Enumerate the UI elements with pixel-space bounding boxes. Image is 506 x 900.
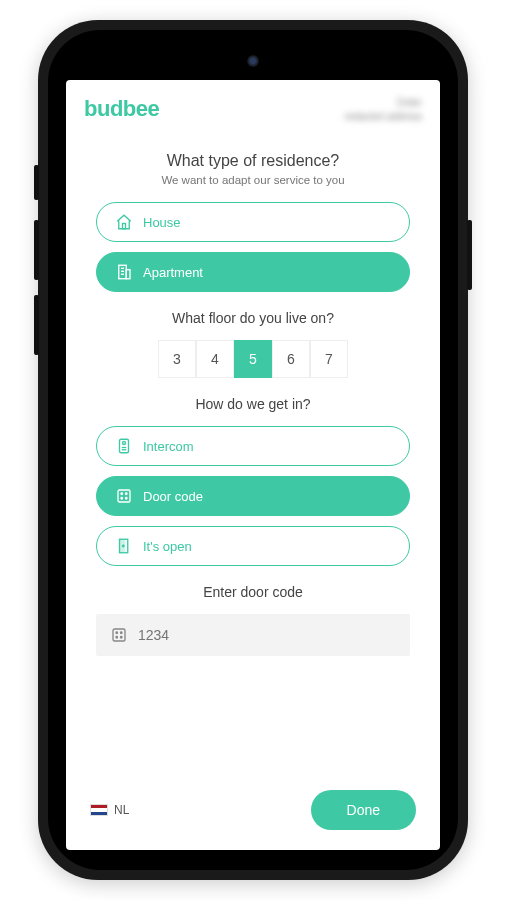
language-selector[interactable]: NL <box>90 803 129 817</box>
intercom-icon <box>115 437 133 455</box>
svg-point-18 <box>116 632 118 634</box>
flag-nl-icon <box>90 804 108 816</box>
phone-camera <box>247 55 259 67</box>
svg-point-7 <box>123 442 126 445</box>
brand-logo: budbee <box>84 96 159 122</box>
svg-point-20 <box>116 637 118 639</box>
app-header: budbee Order redacted address <box>66 80 440 132</box>
phone-frame: budbee Order redacted address What type … <box>38 20 468 880</box>
svg-point-19 <box>121 632 123 634</box>
svg-point-13 <box>121 498 123 500</box>
floor-selector: 3 4 5 6 7 <box>96 340 410 378</box>
option-its-open[interactable]: It's open <box>96 526 410 566</box>
question-access-title: How do we get in? <box>96 396 410 412</box>
option-apartment-label: Apartment <box>143 265 203 280</box>
phone-side-button <box>34 220 39 280</box>
header-meta: Order redacted address <box>345 96 422 124</box>
svg-rect-2 <box>126 270 130 279</box>
option-intercom[interactable]: Intercom <box>96 426 410 466</box>
svg-point-11 <box>121 493 123 495</box>
keypad-icon <box>115 487 133 505</box>
floor-option-6[interactable]: 6 <box>272 340 310 378</box>
option-intercom-label: Intercom <box>143 439 194 454</box>
svg-rect-1 <box>119 265 127 279</box>
floor-option-3[interactable]: 3 <box>158 340 196 378</box>
question-residence-title: What type of residence? <box>96 152 410 170</box>
option-doorcode[interactable]: Door code <box>96 476 410 516</box>
phone-inner: budbee Order redacted address What type … <box>48 30 458 870</box>
option-house-label: House <box>143 215 181 230</box>
floor-option-7[interactable]: 7 <box>310 340 348 378</box>
done-button[interactable]: Done <box>311 790 416 830</box>
phone-side-button <box>467 220 472 290</box>
floor-option-5[interactable]: 5 <box>234 340 272 378</box>
option-its-open-label: It's open <box>143 539 192 554</box>
content-area: What type of residence? We want to adapt… <box>66 132 440 776</box>
svg-point-16 <box>123 545 125 547</box>
svg-rect-0 <box>123 224 126 229</box>
doorcode-input[interactable] <box>138 627 396 643</box>
language-label: NL <box>114 803 129 817</box>
apartment-icon <box>115 263 133 281</box>
house-icon <box>115 213 133 231</box>
option-apartment[interactable]: Apartment <box>96 252 410 292</box>
phone-side-button <box>34 295 39 355</box>
header-meta-line1: Order <box>345 96 422 110</box>
doorcode-title: Enter door code <box>96 584 410 600</box>
keypad-icon <box>110 626 128 644</box>
header-meta-line2: redacted address <box>345 110 422 124</box>
door-open-icon <box>115 537 133 555</box>
footer: NL Done <box>66 776 440 850</box>
phone-side-button <box>34 165 39 200</box>
question-residence-subtitle: We want to adapt our service to you <box>96 174 410 186</box>
option-house[interactable]: House <box>96 202 410 242</box>
app-screen: budbee Order redacted address What type … <box>66 80 440 850</box>
option-doorcode-label: Door code <box>143 489 203 504</box>
svg-point-12 <box>126 493 128 495</box>
floor-option-4[interactable]: 4 <box>196 340 234 378</box>
svg-rect-10 <box>118 490 130 502</box>
svg-point-21 <box>121 637 123 639</box>
svg-point-14 <box>126 498 128 500</box>
question-floor-title: What floor do you live on? <box>96 310 410 326</box>
doorcode-input-row <box>96 614 410 656</box>
svg-rect-17 <box>113 629 125 641</box>
